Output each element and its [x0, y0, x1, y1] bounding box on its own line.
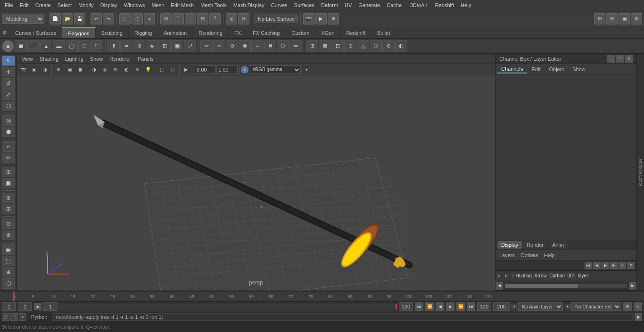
layer-nav-first-button[interactable]: ⏮	[585, 262, 592, 269]
render-button[interactable]: ▶	[315, 13, 327, 24]
move-tool-left[interactable]: ✛	[2, 67, 15, 77]
icon4-left[interactable]: ⬡	[2, 278, 15, 289]
universal-tool-left[interactable]: ⬡	[2, 101, 15, 111]
menu-redshift[interactable]: Redshift	[432, 1, 457, 9]
frame-total-input[interactable]	[493, 302, 510, 311]
playblast-icon[interactable]: ▶	[181, 65, 191, 74]
split-poly-icon[interactable]: ✂	[213, 40, 225, 52]
tab-fx[interactable]: FX	[229, 27, 247, 38]
quad-icon[interactable]: ⬡	[370, 40, 382, 52]
panel-maximize-button[interactable]: □	[616, 55, 624, 63]
script-run-icon[interactable]: ▶	[635, 313, 642, 321]
menu-file[interactable]: File	[2, 1, 16, 9]
render-settings-button[interactable]: ⚙	[328, 13, 339, 24]
menu-windows[interactable]: Windows	[121, 1, 148, 9]
timeline-ruler[interactable]: 0 5 10 15 20 25 30 35 40 45 50 55 60 65 …	[0, 291, 644, 301]
smooth-shade-icon[interactable]: ▣	[64, 65, 74, 74]
reduce-icon[interactable]: ◐	[395, 40, 407, 52]
resolution-gate-icon[interactable]: ⬚	[157, 65, 167, 74]
icon3-left[interactable]: ⊕	[2, 267, 15, 277]
rotation-field[interactable]	[195, 65, 216, 74]
menu-edit-mesh[interactable]: Edit Mesh	[168, 1, 197, 9]
cube-icon[interactable]: ◼	[15, 40, 27, 52]
new-file-button[interactable]: 📄	[50, 13, 61, 24]
bevel-icon[interactable]: ◈	[146, 40, 158, 52]
anchor-left[interactable]: ⊗	[2, 230, 15, 240]
frame-start-input[interactable]	[2, 302, 16, 311]
display-tab-display[interactable]: Display	[497, 241, 522, 249]
merge-icon[interactable]: ⊕	[133, 40, 145, 52]
connect-icon[interactable]: ⊞	[158, 40, 171, 52]
tab-polygons[interactable]: Polygons	[62, 27, 95, 38]
transform-icon[interactable]: ⬡	[277, 40, 289, 52]
layer-settings-button[interactable]: ⚙	[627, 262, 635, 269]
tab-curves-surfaces[interactable]: Curves / Surfaces	[9, 27, 62, 38]
command-input-area[interactable]: makeIdentity -apply true -t 1 -r 1 -s 1 …	[52, 313, 633, 321]
menu-deform[interactable]: Deform	[318, 1, 341, 9]
menu-modify[interactable]: Modify	[75, 1, 96, 9]
layer-nav-prev-button[interactable]: ◀	[593, 262, 601, 269]
triangulate-icon[interactable]: △	[357, 40, 369, 52]
menu-edit[interactable]: Edit	[17, 1, 32, 9]
layer-visibility[interactable]: V	[497, 274, 503, 278]
menu-surfaces[interactable]: Surfaces	[291, 1, 317, 9]
menu-cache[interactable]: Cache	[384, 1, 405, 9]
component-editor-left[interactable]: ⊞	[2, 167, 15, 177]
show-manip-left[interactable]: ⬢	[2, 127, 15, 137]
tab-fx-caching[interactable]: FX Caching	[247, 27, 286, 38]
no-live-surface-button[interactable]: No Live Surface	[255, 15, 298, 23]
undo-button[interactable]: ↩	[91, 13, 102, 24]
menu-generate[interactable]: Generate	[355, 1, 383, 9]
camera-view-icon[interactable]: 📷	[18, 65, 28, 74]
step-forward-button[interactable]: ⏩	[456, 302, 465, 311]
redo-button[interactable]: ↪	[103, 13, 114, 24]
tab-edit[interactable]: Edit	[528, 65, 544, 73]
flip-icon[interactable]: ⇄	[184, 40, 196, 52]
menu-3dtoall[interactable]: -3DtoAll-	[405, 1, 431, 9]
shadow-icon[interactable]: ◐	[121, 65, 132, 74]
icon1-left[interactable]: ▣	[2, 244, 15, 255]
insert-edge-icon[interactable]: ⊖	[226, 40, 238, 52]
display-tab-render[interactable]: Render	[523, 241, 547, 249]
tab-animation[interactable]: Animation	[158, 27, 193, 38]
wireframe-icon[interactable]: ⊞	[53, 65, 64, 74]
film-gate-icon[interactable]: ▣	[29, 65, 39, 74]
python-label[interactable]: Python	[28, 314, 50, 320]
frame-end-input[interactable]	[399, 302, 413, 311]
menu-uv[interactable]: UV	[342, 1, 355, 9]
viewport-menu-lighting[interactable]: Lighting	[62, 56, 86, 62]
viewport-menu-renderer[interactable]: Renderer	[107, 56, 134, 62]
icon2-left[interactable]: ⬚	[2, 256, 15, 266]
layer-scroll-right[interactable]: ▶	[629, 282, 636, 290]
menu-display[interactable]: Display	[98, 1, 120, 9]
bridge-icon[interactable]: ⇔	[120, 40, 132, 52]
viewport-menu-shading[interactable]: Shading	[37, 56, 61, 62]
prism-icon[interactable]: ⬡	[78, 40, 91, 52]
right-panel-toggle-4[interactable]: ⊠	[631, 13, 642, 24]
grid-left[interactable]: ⊕	[2, 193, 15, 203]
rotate-tool-left[interactable]: ↺	[2, 78, 15, 89]
play-back-button[interactable]: ◀	[436, 302, 444, 311]
combine-icon[interactable]: ⊞	[306, 40, 318, 52]
texture-icon[interactable]: ⊟	[110, 65, 121, 74]
bl-btn-1[interactable]: ⬡	[2, 313, 9, 321]
viewport-3d[interactable]: x y z persp	[17, 75, 495, 291]
panel-close-button[interactable]: ×	[625, 55, 633, 63]
extrude-icon[interactable]: ⬆	[107, 40, 120, 52]
menu-create[interactable]: Create	[33, 1, 54, 9]
snap-help-button[interactable]: ?	[209, 13, 221, 24]
flat-shade-icon[interactable]: ◼	[75, 65, 85, 74]
skip-to-start-button[interactable]: ⏮	[415, 302, 423, 311]
soft-select-button[interactable]: ◎	[226, 13, 237, 24]
timeline-settings-button[interactable]: ⚙	[623, 302, 632, 311]
layer-new-button[interactable]: +	[619, 262, 626, 269]
layer-playback[interactable]: P	[505, 274, 511, 278]
camera-toggle-icon[interactable]: ◑	[40, 65, 50, 74]
layer-scroll-left[interactable]: ◀	[495, 282, 503, 290]
menu-curves[interactable]: Curves	[268, 1, 290, 9]
char-set-select[interactable]: No Character Set	[571, 302, 621, 311]
menu-help[interactable]: Help	[458, 1, 474, 9]
layers-menu-help[interactable]: Help	[542, 251, 557, 259]
paint-left[interactable]: ✏	[2, 153, 15, 163]
viewport-menu-view[interactable]: View	[19, 56, 36, 62]
